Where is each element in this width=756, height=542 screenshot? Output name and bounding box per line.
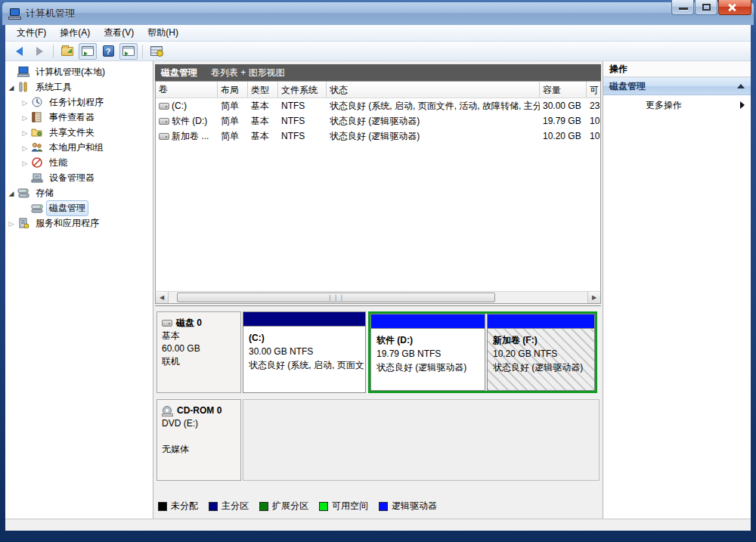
- disk-name: 磁盘 0: [176, 317, 202, 330]
- pane-divider: [155, 304, 601, 307]
- volume-capacity: 19.79 GB: [540, 116, 587, 126]
- partition-c[interactable]: (C:) 30.00 GB NTFS 状态良好 (系统, 启动, 页面文: [243, 311, 366, 393]
- tree-item-local-users-groups[interactable]: ▷ 本地用户和组: [5, 140, 153, 155]
- minimize-button[interactable]: [671, 0, 694, 15]
- cdrom-empty-area: [243, 399, 600, 481]
- scroll-right-button[interactable]: ▶: [587, 292, 600, 303]
- table-row-d[interactable]: 软件 (D:) 简单 基本 NTFS 状态良好 (逻辑驱动器) 19.79 GB…: [156, 113, 600, 129]
- expand-icon[interactable]: ▷: [9, 220, 14, 228]
- tree-item-services-applications[interactable]: ▷ 服务和应用程序: [5, 215, 153, 231]
- partition-status: 状态良好 (逻辑驱动器): [376, 361, 479, 374]
- menu-help[interactable]: 帮助(H): [141, 25, 185, 41]
- tree-item-disk-management[interactable]: 磁盘管理: [5, 200, 153, 215]
- disk-0-label[interactable]: 磁盘 0 基本 60.00 GB 联机: [156, 311, 241, 393]
- partition-c-color-bar: [243, 312, 365, 327]
- maximize-button[interactable]: [695, 0, 717, 15]
- volume-name: 软件 (D:): [172, 115, 207, 128]
- tree-item-label: 事件查看器: [46, 110, 98, 125]
- legend-label: 扩展分区: [272, 500, 308, 513]
- tree-item-shared-folders[interactable]: ▷ 共享文件夹: [5, 125, 153, 140]
- title-bar[interactable]: 计算机管理: [2, 2, 754, 25]
- partition-d[interactable]: 软件 (D:) 19.79 GB NTFS 状态良好 (逻辑驱动器): [370, 314, 485, 391]
- tree-item-event-viewer[interactable]: ▷ 事件查看器: [5, 110, 153, 125]
- volume-filesystem: NTFS: [278, 131, 327, 141]
- expand-icon[interactable]: ▷: [23, 160, 28, 167]
- volume-name: 新加卷 ...: [172, 130, 209, 143]
- horizontal-scrollbar[interactable]: ◀ ❘❘❘ ▶: [155, 291, 601, 304]
- collapse-icon[interactable]: ◢: [9, 84, 14, 91]
- graphical-view: 磁盘 0 基本 60.00 GB 联机 (C:) 30.00 GB NTFS: [155, 310, 601, 519]
- tree-item-label: 性能: [46, 155, 70, 171]
- export-button[interactable]: [147, 43, 166, 60]
- status-strip: [5, 519, 751, 531]
- volume-layout: 简单: [218, 130, 248, 143]
- maximize-icon: [702, 4, 711, 11]
- expand-icon[interactable]: ▷: [23, 129, 28, 137]
- console-tree-button[interactable]: [79, 43, 97, 60]
- tree-item-system-tools[interactable]: ◢ 系统工具: [5, 79, 153, 94]
- actions-pane-title: 操作: [603, 61, 751, 78]
- partition-name: 新加卷 (F:): [493, 333, 589, 347]
- actions-pane: 操作 磁盘管理 更多操作: [603, 61, 751, 519]
- collapse-section-icon[interactable]: [737, 84, 745, 88]
- column-capacity[interactable]: 容量: [540, 82, 587, 98]
- back-button[interactable]: [10, 43, 28, 60]
- expand-icon[interactable]: ▷: [23, 144, 28, 152]
- tree-item-performance[interactable]: ▷ 性能: [5, 155, 153, 170]
- volume-capacity: 10.20 GB: [540, 131, 587, 141]
- column-status[interactable]: 状态: [327, 82, 540, 98]
- action-pane-button[interactable]: [119, 43, 138, 60]
- partition-f-selected[interactable]: 新加卷 (F:) 10.20 GB NTFS 状态良好 (逻辑驱动器): [487, 314, 595, 391]
- logical-drive-swatch: [379, 502, 388, 511]
- volume-name: (C:): [172, 101, 187, 111]
- scrollbar-thumb[interactable]: ❘❘❘: [177, 293, 495, 302]
- menu-file[interactable]: 文件(F): [10, 25, 53, 41]
- tree-item-storage[interactable]: ◢ 存储: [5, 185, 153, 200]
- legend: 未分配 主分区 扩展分区 可用空间: [156, 495, 600, 519]
- forward-button[interactable]: [30, 43, 48, 60]
- close-button[interactable]: [718, 0, 751, 15]
- expand-icon[interactable]: ▷: [23, 114, 28, 122]
- computer-icon: [17, 67, 29, 77]
- legend-logical-drive: 逻辑驱动器: [379, 500, 437, 513]
- toolbar: ?: [5, 42, 751, 61]
- up-folder-button[interactable]: [58, 43, 76, 60]
- actions-section-disk-management[interactable]: 磁盘管理: [603, 78, 751, 95]
- table-row-f[interactable]: 新加卷 ... 简单 基本 NTFS 状态良好 (逻辑驱动器) 10.20 GB…: [156, 129, 600, 144]
- column-volume[interactable]: 卷: [156, 82, 218, 98]
- menu-action[interactable]: 操作(A): [53, 25, 97, 41]
- volume-icon: [159, 118, 169, 125]
- unallocated-swatch: [158, 502, 167, 511]
- column-layout[interactable]: 布局: [218, 82, 248, 98]
- more-actions-item[interactable]: 更多操作: [603, 95, 751, 115]
- scrollbar-track[interactable]: ❘❘❘: [169, 292, 587, 303]
- toolbar-separator: [142, 45, 143, 58]
- cdrom-0-label[interactable]: CD-ROM 0 DVD (E:) 无媒体: [156, 399, 241, 481]
- legend-unallocated: 未分配: [158, 500, 198, 513]
- column-filesystem[interactable]: 文件系统: [278, 82, 327, 98]
- partition-name: 软件 (D:): [376, 333, 479, 347]
- scroll-left-button[interactable]: ◀: [156, 292, 169, 303]
- menu-view[interactable]: 查看(V): [97, 25, 141, 41]
- volume-type: 基本: [248, 100, 278, 113]
- collapse-icon[interactable]: ◢: [9, 190, 14, 197]
- services-icon: [17, 218, 29, 228]
- cdrom-0-row: CD-ROM 0 DVD (E:) 无媒体: [156, 399, 600, 481]
- disk-state: 联机: [162, 355, 236, 368]
- tree-item-computer-management[interactable]: 计算机管理(本地): [5, 64, 153, 79]
- column-type[interactable]: 类型: [248, 82, 278, 98]
- back-icon: [16, 47, 23, 56]
- submenu-arrow-icon: [740, 101, 745, 109]
- computer-management-window: 计算机管理 文件(F) 操作(A) 查看(V) 帮助(H) ?: [0, 0, 756, 542]
- tree-item-device-manager[interactable]: 设备管理器: [5, 170, 153, 185]
- help-button[interactable]: ?: [99, 43, 117, 60]
- volume-icon: [159, 103, 169, 110]
- column-free-space[interactable]: 可: [587, 82, 600, 98]
- tree-item-task-scheduler[interactable]: ▷ 任务计划程序: [5, 94, 153, 110]
- scheduler-icon: [31, 97, 43, 107]
- tree-item-label: 磁盘管理: [46, 200, 88, 216]
- partition-status: 状态良好 (系统, 启动, 页面文: [249, 358, 360, 372]
- expand-icon[interactable]: ▷: [23, 99, 28, 107]
- cdrom-drive: DVD (E:): [162, 417, 236, 430]
- table-row-c[interactable]: (C:) 简单 基本 NTFS 状态良好 (系统, 启动, 页面文件, 活动, …: [156, 98, 600, 113]
